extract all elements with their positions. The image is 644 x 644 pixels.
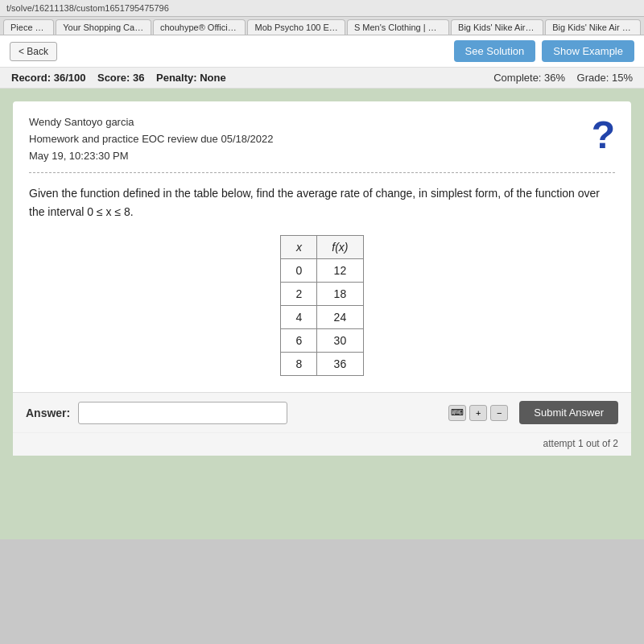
tab-6[interactable]: Big Kids' Nike Air M... (545, 19, 641, 35)
problem-text: Given the function defined in the table … (29, 184, 615, 221)
divider (29, 172, 615, 173)
answer-left-section: Answer: (26, 402, 287, 424)
see-solution-button[interactable]: See Solution (454, 40, 536, 62)
main-content: ? Wendy Santoyo garcia Homework and prac… (0, 89, 644, 539)
answer-label: Answer: (26, 407, 70, 419)
tab-1[interactable]: Your Shopping Cart... (56, 19, 151, 35)
record-label: Record: (11, 72, 51, 84)
top-right-buttons: See Solution Show Example (454, 40, 634, 62)
cell-fx-2: 24 (317, 306, 363, 329)
cell-fx-1: 18 (317, 283, 363, 306)
score-right: Complete: 36% Grade: 15% (493, 72, 633, 84)
cell-fx-3: 30 (317, 329, 363, 353)
answer-input[interactable] (78, 402, 287, 424)
student-name: Wendy Santoyo garcia (29, 114, 615, 131)
cell-x-3: 6 (281, 329, 317, 353)
date-text: May 19, 10:23:30 PM (29, 148, 615, 165)
table-container: x f(x) 012218424630836 (29, 235, 615, 376)
table-row: 012 (281, 259, 363, 283)
back-button[interactable]: < Back (10, 42, 57, 61)
score-left: Record: 36/100 Score: 36 Penalty: None (11, 72, 226, 84)
table-row: 630 (281, 329, 363, 353)
cell-x-2: 4 (281, 306, 317, 329)
address-bar: t/solve/16211138/custom1651795475796 (0, 0, 644, 17)
student-info: Wendy Santoyo garcia Homework and practi… (29, 114, 615, 164)
cell-x-4: 8 (281, 353, 317, 376)
col-fx-header: f(x) (317, 236, 363, 259)
minus-icon[interactable]: − (490, 405, 508, 421)
submit-answer-button[interactable]: Submit Answer (519, 401, 618, 424)
table-row: 218 (281, 283, 363, 306)
table-row: 836 (281, 353, 363, 376)
answer-area: Answer: ⌨ + − Submit Answer (13, 392, 631, 432)
answer-right-section: ⌨ + − Submit Answer (448, 401, 618, 424)
cell-fx-4: 36 (317, 353, 363, 376)
problem-statement: Given the function defined in the table … (29, 187, 600, 217)
keyboard-icons: ⌨ + − (448, 405, 508, 421)
cell-fx-0: 12 (317, 259, 363, 283)
complete-label: Complete: (493, 72, 541, 84)
complete-value: 36% (544, 72, 565, 84)
function-table: x f(x) 012218424630836 (280, 235, 363, 376)
grade-label: Grade: (577, 72, 609, 84)
penalty-label: Penalty: (156, 72, 197, 84)
attempt-text: attempt 1 out of 2 (13, 432, 631, 456)
penalty-value: None (200, 72, 226, 84)
cell-x-0: 0 (281, 259, 317, 283)
score-bar: Record: 36/100 Score: 36 Penalty: None C… (0, 68, 644, 89)
col-x-header: x (281, 236, 317, 259)
question-mark-icon: ? (592, 113, 615, 157)
tab-4[interactable]: S Men's Clothing | Th... (347, 19, 449, 35)
grade-value: 15% (612, 72, 633, 84)
assignment-text: Homework and practice EOC review due 05/… (29, 131, 615, 148)
score-label: Score: (97, 72, 130, 84)
score-value: 36 (133, 72, 144, 84)
top-nav: < Back See Solution Show Example (0, 35, 644, 68)
record-value: 36/100 (54, 72, 86, 84)
cell-x-1: 2 (281, 283, 317, 306)
problem-card: ? Wendy Santoyo garcia Homework and prac… (13, 101, 631, 456)
table-row: 424 (281, 306, 363, 329)
tab-5[interactable]: Big Kids' Nike Air F... (451, 19, 543, 35)
show-example-button[interactable]: Show Example (542, 40, 634, 62)
url-text: t/solve/16211138/custom1651795475796 (6, 3, 169, 13)
tab-3[interactable]: Mob Psycho 100 Ep... (247, 19, 345, 35)
tab-2[interactable]: chouhype® Official... (153, 19, 246, 35)
keyboard-icon[interactable]: ⌨ (448, 405, 466, 421)
plus-icon[interactable]: + (469, 405, 487, 421)
tabs-bar: Piece E... Your Shopping Cart... chouhyp… (0, 17, 644, 35)
tab-0[interactable]: Piece E... (3, 19, 54, 35)
